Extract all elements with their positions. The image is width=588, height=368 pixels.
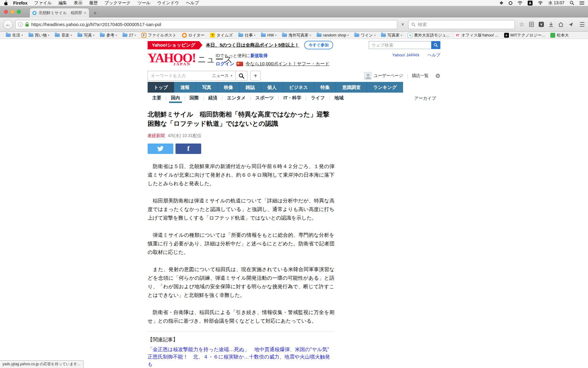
source-link[interactable]: 産経新聞 [148, 133, 165, 138]
tab-photo[interactable]: 写真 [196, 82, 218, 93]
bookmark-item[interactable]: ≈東外大言語モジュ... [405, 33, 452, 38]
bookmarks-menu-icon[interactable] [529, 22, 534, 27]
bookmark-item[interactable]: 松本大 [548, 33, 571, 38]
toolbar-search[interactable] [408, 20, 515, 29]
menu-window[interactable]: ウインドウ [154, 0, 183, 6]
bookmark-folder[interactable]: 買い物▾ [26, 33, 52, 38]
subnav-world[interactable]: 国際 [185, 94, 203, 103]
related-link[interactable]: 正恩氏制御不能！ 北、４・６に核実験か…十数倍の威力、地震や火山噴火触発も [148, 353, 334, 368]
dropbox-icon[interactable]: ❖ [499, 0, 503, 6]
stop-button[interactable]: × [398, 20, 407, 29]
url-bar[interactable]: i https://headlines.yahoo.co.jp/hl?a=201… [15, 20, 397, 29]
wifi-icon[interactable] [538, 1, 543, 5]
tab-top[interactable]: トップ [148, 82, 174, 93]
airdrop-icon[interactable] [518, 1, 522, 5]
subnav-entertainment[interactable]: エンタメ [222, 94, 250, 103]
bookmark-folder[interactable]: 海外写真家▾ [279, 33, 314, 38]
promo-join-button[interactable]: 今すぐ参加 [304, 41, 334, 49]
keyword-search-box[interactable]: ニュース ▼ [148, 71, 236, 81]
bookmark-item[interactable]: Y!オフィス版Yahoo! ... [452, 33, 501, 38]
add-tab-button[interactable]: + [250, 71, 261, 81]
tab-magazine[interactable]: 雑誌 [239, 82, 261, 93]
bookmark-folder[interactable]: 生活▾ [3, 33, 26, 38]
promo-badge[interactable]: Yahoo!ショッピング [148, 41, 199, 49]
download-icon[interactable] [549, 22, 553, 27]
gear-icon[interactable]: ⚙ [435, 72, 440, 79]
menu-file[interactable]: ファイル [31, 0, 55, 6]
window-close-button[interactable] [4, 10, 8, 14]
toolbar-search-input[interactable] [418, 22, 512, 27]
tab-video[interactable]: 映像 [218, 82, 239, 93]
creative-cloud-icon[interactable] [509, 1, 512, 5]
tab-flash[interactable]: 速報 [174, 82, 196, 93]
subnav-main[interactable]: 主要 [148, 94, 166, 103]
subnav-domestic[interactable]: 国内 [166, 94, 185, 103]
window-minimize-button[interactable] [10, 10, 14, 14]
archive-link[interactable]: アーカイブ [414, 96, 436, 101]
bookmark-item[interactable]: +MITテクノロジー... [501, 33, 548, 38]
bookmark-folder[interactable]: 仕事▾ [236, 33, 258, 38]
notification-center-icon[interactable] [579, 1, 584, 5]
register-link[interactable]: 新規取得 [251, 53, 268, 58]
subnav-life[interactable]: ライフ [306, 94, 330, 103]
facebook-share-button[interactable]: f [175, 144, 201, 154]
menu-tools[interactable]: ツール [134, 0, 154, 6]
pocket-icon[interactable]: ∨ [539, 22, 544, 27]
promo-link[interactable]: 本日、5のつく日は全商品ポイント5倍以上！ [206, 42, 299, 48]
https-lock-icon[interactable] [25, 22, 29, 27]
tab-ranking[interactable]: ランキング [367, 82, 403, 93]
menu-help[interactable]: ヘルプ [183, 0, 202, 6]
subnav-it-science[interactable]: IT・科学 [279, 94, 306, 103]
bookmark-folder[interactable]: HW▾ [258, 33, 279, 37]
bookmark-folder[interactable]: 音楽▾ [52, 33, 75, 38]
input-source-icon[interactable]: A [528, 1, 533, 6]
bookmark-item[interactable]: ロイター [179, 33, 207, 38]
tab-close-icon[interactable]: × [84, 10, 86, 15]
window-zoom-button[interactable] [17, 10, 21, 14]
tab-survey[interactable]: 意識調査 [336, 82, 367, 93]
home-icon[interactable] [558, 22, 564, 27]
bookmark-folder[interactable]: 参考▾ [97, 33, 120, 38]
help-link[interactable]: ヘルプ [428, 53, 440, 57]
menubar-clock[interactable]: 水 13:07 [548, 0, 564, 6]
web-search-button[interactable] [431, 41, 440, 49]
keyword-input[interactable] [148, 73, 212, 78]
new-tab-button[interactable]: + [93, 10, 97, 16]
tab-feature[interactable]: 特集 [314, 82, 336, 93]
spotlight-icon[interactable] [570, 1, 574, 5]
twitter-share-button[interactable] [148, 144, 173, 154]
yahoo-japan-link[interactable]: Yahoo! JAPAN [392, 53, 419, 57]
subnav-economy[interactable]: 経済 [204, 94, 222, 103]
back-button[interactable]: ← [3, 20, 13, 29]
browser-tab[interactable]: 北朝鮮ミサイル 稲田防衛... × [29, 8, 89, 17]
user-page-link[interactable]: ユーザーページ [374, 73, 403, 79]
bookmark-folder[interactable]: 写真▾ [75, 33, 97, 38]
related-link[interactable]: 「金正恩は核攻撃能力を持った途端…死ぬ」 地中貫通核爆弾、米国の"ヤル気" [148, 346, 334, 353]
web-search-input[interactable] [369, 41, 431, 49]
login-link[interactable]: ログイン [216, 61, 234, 67]
subscriptions-link[interactable]: 購読一覧 [412, 73, 428, 79]
menu-edit[interactable]: 編集 [55, 0, 70, 6]
share-icon[interactable] [568, 22, 573, 27]
bookmark-folder[interactable]: random shop▾ [314, 33, 352, 37]
menu-firefox[interactable]: Firefox [10, 1, 31, 6]
tab-personal[interactable]: 個人 [261, 82, 283, 93]
subnav-sports[interactable]: スポーツ [251, 94, 278, 103]
bookmark-folder[interactable]: 写真家▾ [378, 33, 405, 38]
search-scope-dropdown[interactable]: ニュース ▼ [212, 73, 236, 79]
bookmark-item[interactable]: Fファイルポスト [139, 33, 179, 38]
news-search-button[interactable] [236, 71, 247, 81]
bookmark-folder[interactable]: 27▾ [120, 33, 139, 37]
bookmark-folder[interactable]: ワイン▾ [352, 33, 378, 38]
menu-bookmarks[interactable]: ブックマーク [101, 0, 134, 6]
page-info-icon[interactable]: i [18, 22, 23, 27]
bookmark-item[interactable]: Tタイムズ [207, 33, 236, 38]
apple-icon[interactable] [4, 1, 8, 6]
tab-business[interactable]: ビジネス [283, 82, 314, 93]
subnav-region[interactable]: 地域 [330, 94, 348, 103]
menu-icon[interactable]: ☰ [579, 21, 585, 28]
menu-history[interactable]: 履歴 [86, 0, 101, 6]
card-campaign-link[interactable]: 今なら10,000ポイント！ヤフー・カード [245, 61, 329, 67]
bookmark-star-icon[interactable]: ☆ [519, 21, 524, 27]
menu-view[interactable]: 表示 [70, 0, 86, 6]
